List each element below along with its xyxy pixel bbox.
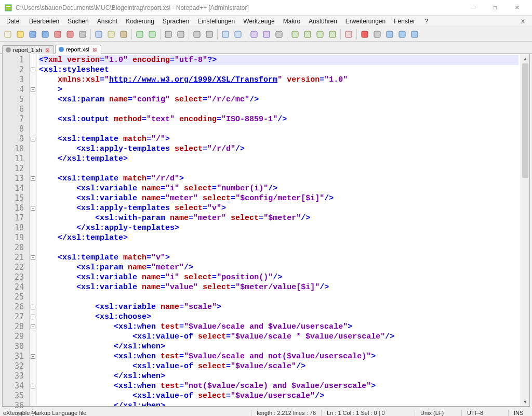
play-macro-icon[interactable] (384, 29, 395, 40)
menu-sprachen[interactable]: Sprachen (158, 17, 193, 26)
code-line[interactable]: <xsl:choose> (39, 312, 518, 322)
zoom-in-icon[interactable] (191, 29, 203, 40)
menu-secondary-close[interactable]: X (516, 18, 530, 24)
code-line[interactable]: <xsl:with-param name="meter" select="$me… (39, 213, 518, 223)
menu-makro[interactable]: Makro (279, 17, 304, 26)
code-area[interactable]: <?xml version="1.0" encoding="utf-8"?><x… (37, 54, 521, 406)
open-file-icon[interactable] (15, 29, 26, 40)
menu-ansicht[interactable]: Ansicht (93, 17, 122, 26)
code-line[interactable]: <xsl:value-of select="$value/scale"/> (39, 361, 518, 371)
code-line[interactable]: </xsl:apply-templates> (39, 223, 518, 233)
replace-icon[interactable] (175, 29, 187, 40)
sync-v-icon[interactable] (220, 29, 231, 40)
sync-h-icon[interactable] (232, 29, 244, 40)
code-line[interactable]: <xsl:variable name="i" select="position(… (39, 272, 518, 282)
code-line[interactable]: <xsl:value-of select="$value/userscale"/… (39, 391, 518, 401)
status-mode[interactable]: INS (508, 410, 529, 416)
run-macro-multi-icon[interactable] (396, 29, 408, 40)
code-line[interactable]: <xsl:when test="$value/scale and not($va… (39, 352, 518, 361)
record-macro-icon[interactable] (359, 29, 370, 40)
stop-macro-icon[interactable] (371, 29, 383, 40)
indent-guide-icon[interactable] (273, 29, 285, 40)
zoom-out-icon[interactable] (204, 29, 215, 40)
code-line[interactable]: <xsl:variable name="i" select="number(i)… (39, 184, 518, 193)
code-line[interactable] (39, 292, 518, 302)
doc-map-icon[interactable] (302, 29, 313, 40)
vertical-scrollbar[interactable]: ▲ ▼ (521, 54, 529, 406)
code-line[interactable]: </xsl:when> (39, 342, 518, 352)
lang-panel-icon[interactable] (289, 29, 301, 40)
close-window-button[interactable]: ✕ (506, 1, 528, 15)
new-file-icon[interactable] (2, 29, 14, 40)
fold-column[interactable]: −−−−−−−−−−−− (30, 54, 37, 406)
menu-kodierung[interactable]: Kodierung (122, 17, 158, 26)
code-line[interactable]: <xsl:apply-templates select="v"> (39, 203, 518, 213)
code-line[interactable]: <xsl:param name="meter"/> (39, 263, 518, 272)
code-line[interactable]: </xsl:template> (39, 233, 518, 243)
tab-report-xsl[interactable]: report.xsl⊠ (55, 45, 101, 54)
save-icon[interactable] (27, 29, 38, 40)
svg-rect-25 (304, 31, 311, 37)
menu-fenster[interactable]: Fenster (390, 17, 419, 26)
redo-icon[interactable] (147, 29, 158, 40)
code-line[interactable]: <xsl:when test="$value/scale and $value/… (39, 322, 518, 332)
menu-einstellungen[interactable]: Einstellungen (193, 17, 239, 26)
code-line[interactable]: </xsl:when> (39, 401, 518, 406)
print-icon[interactable] (77, 29, 88, 40)
code-line[interactable]: <xsl:variable name="meter" select="$conf… (39, 193, 518, 203)
toolbar-separator (340, 29, 341, 40)
code-line[interactable]: <xsl:apply-templates select="/r/d"/> (39, 144, 518, 154)
code-line[interactable]: <xsl:param name="config" select="/r/c/mc… (39, 95, 518, 105)
code-line[interactable]: <xsl:value-of select="$value/scale * $va… (39, 332, 518, 342)
code-line[interactable]: xmlns:xsl="http://www.w3.org/1999/XSL/Tr… (39, 75, 518, 85)
tab-close-icon[interactable]: ⊠ (92, 47, 97, 53)
menu-ausführen[interactable]: Ausführen (304, 17, 341, 26)
menu-datei[interactable]: Datei (2, 17, 25, 26)
code-line[interactable]: <xsl:when test="not($value/scale) and $v… (39, 381, 518, 391)
code-line[interactable]: <xsl:template match="/r/d"> (39, 174, 518, 184)
scroll-up-icon[interactable]: ▲ (521, 54, 529, 63)
code-line[interactable]: <?xml version="1.0" encoding="utf-8"?> (39, 55, 518, 65)
code-line[interactable]: <xsl:template match="v"> (39, 253, 518, 263)
code-line[interactable]: </xsl:template> (39, 154, 518, 164)
cut-icon[interactable] (93, 29, 104, 40)
code-line[interactable]: <xsl:template match="/"> (39, 134, 518, 144)
code-line[interactable] (39, 243, 518, 253)
menu-bearbeiten[interactable]: Bearbeiten (25, 17, 63, 26)
save-all-icon[interactable] (39, 29, 51, 40)
minimize-button[interactable]: — (462, 1, 484, 15)
code-line[interactable] (39, 105, 518, 114)
close-all-icon[interactable] (64, 29, 76, 40)
close-file-icon[interactable] (52, 29, 63, 40)
code-line[interactable]: <xsl:output method="text" encoding="ISO-… (39, 114, 518, 124)
status-eol[interactable]: Unix (LF) (415, 410, 461, 416)
find-icon[interactable] (163, 29, 174, 40)
code-line[interactable]: <xsl:variable name="value" select="$mete… (39, 282, 518, 292)
wordwrap-icon[interactable] (248, 29, 260, 40)
undo-icon[interactable] (134, 29, 145, 40)
code-line[interactable]: <xsl:variable name="scale"> (39, 302, 518, 312)
tab-report_1-sh[interactable]: report_1.sh⊠ (2, 45, 54, 54)
maximize-button[interactable]: □ (484, 1, 506, 15)
menu-werkzeuge[interactable]: Werkzeuge (239, 17, 278, 26)
tab-close-icon[interactable]: ⊠ (45, 47, 49, 53)
copy-icon[interactable] (105, 29, 117, 40)
toolbar-separator (217, 29, 218, 40)
folder-view-icon[interactable] (327, 29, 338, 40)
func-list-icon[interactable] (314, 29, 326, 40)
code-line[interactable] (39, 164, 518, 174)
status-encoding[interactable]: UTF-8 (461, 410, 508, 416)
menu-erweiterungen[interactable]: Erweiterungen (341, 17, 390, 26)
paste-icon[interactable] (118, 29, 129, 40)
menu-suchen[interactable]: Suchen (63, 17, 93, 26)
code-line[interactable] (39, 124, 518, 134)
scroll-down-icon[interactable]: ▼ (521, 397, 529, 406)
all-chars-icon[interactable] (261, 29, 272, 40)
scroll-thumb[interactable] (522, 63, 528, 178)
code-line[interactable]: > (39, 85, 518, 95)
save-macro-icon[interactable] (409, 29, 420, 40)
monitor-icon[interactable] (343, 29, 354, 40)
menu-?[interactable]: ? (420, 17, 432, 26)
code-line[interactable]: <xsl:stylesheet (39, 65, 518, 75)
code-line[interactable]: </xsl:when> (39, 371, 518, 381)
